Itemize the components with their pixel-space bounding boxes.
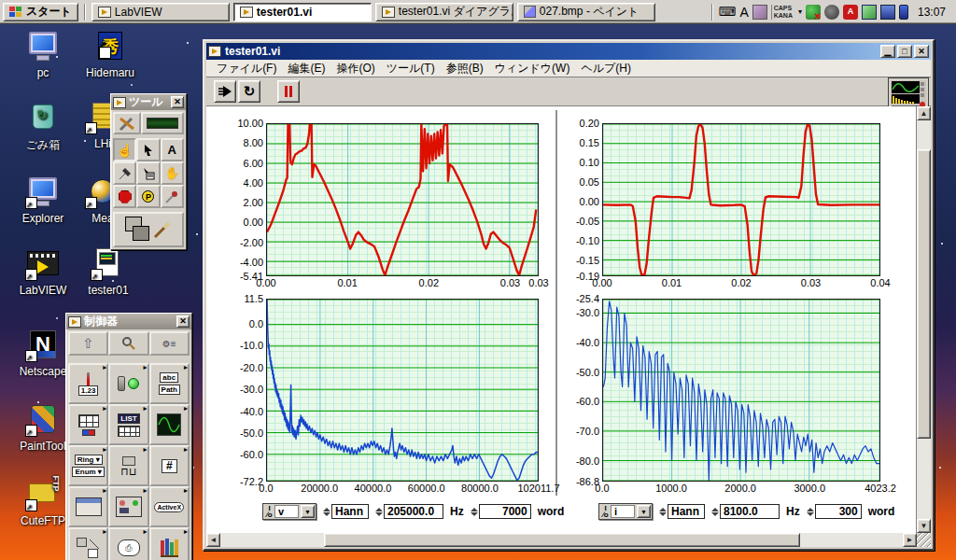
graphics-tool-icon[interactable] [862, 5, 877, 20]
volume-icon[interactable] [824, 5, 839, 20]
scroll-right-icon[interactable]: ► [903, 533, 917, 547]
menu-edit[interactable]: 編集(E) [283, 60, 330, 77]
display-settings-icon[interactable] [880, 5, 895, 20]
breakpoint-tool[interactable] [113, 185, 136, 208]
probe-tool[interactable]: P [136, 185, 160, 208]
battery-icon[interactable] [899, 5, 908, 20]
spinner-arrows-icon[interactable] [375, 508, 383, 516]
ime-toolbox-icon[interactable] [752, 5, 767, 20]
scroll-left-icon[interactable]: ◄ [206, 533, 220, 547]
menu-browse[interactable]: 参照(B) [442, 60, 488, 77]
resize-grip[interactable] [917, 533, 931, 547]
close-icon[interactable]: ✕ [176, 315, 190, 328]
palette-search-button[interactable] [108, 331, 148, 356]
scroll-down-icon[interactable]: ▼ [917, 519, 931, 533]
desktop-icon-explorer[interactable]: Explorer [7, 175, 78, 225]
vertical-scrollbar[interactable]: ▲ ▼ [917, 106, 931, 533]
channel-ring-left[interactable]: I∕o v ▼ [262, 503, 316, 520]
scroll-tool[interactable]: ✋ [161, 161, 184, 185]
position-tool[interactable] [136, 138, 160, 161]
taskbar-task-diagram[interactable]: tester01.vi ダイアグラム [375, 3, 513, 21]
minimize-icon[interactable]: ▁ [880, 45, 895, 58]
boolean-controls-button[interactable] [108, 363, 148, 404]
user-library-button[interactable] [149, 527, 190, 560]
ring-enum-controls-button[interactable]: Ring ▾ Enum ▾ [68, 445, 108, 486]
graph-controls-button[interactable] [149, 404, 190, 445]
ime-options-chevron[interactable]: ▾ [798, 7, 802, 16]
decorations-button[interactable] [68, 527, 108, 560]
chart-plot-area[interactable] [602, 299, 880, 482]
activex-controls-button[interactable]: ActiveX [149, 486, 190, 527]
maximize-icon[interactable]: □ [897, 45, 912, 58]
tools-palette-titlebar[interactable]: ツール ✕ [111, 94, 186, 110]
spinner-arrows-icon[interactable] [807, 508, 814, 516]
color-copy-tool[interactable] [161, 185, 184, 208]
string-controls-button[interactable]: abc Path [149, 363, 190, 404]
spinner-arrows-icon[interactable] [471, 508, 478, 516]
wire-tool[interactable] [113, 161, 136, 185]
close-icon[interactable]: ✕ [914, 45, 929, 58]
channel-ring-right[interactable]: I∕o i ▼ [598, 503, 653, 520]
desktop-icon-hidemaru[interactable]: 秀 Hidemaru [75, 30, 146, 79]
palette-options-button[interactable]: ⚙≡ [149, 331, 190, 356]
window-function-spinner-right[interactable]: Hann [659, 504, 705, 519]
words-spinner-right[interactable]: 300 [807, 504, 862, 519]
select-control-button[interactable]: ⎙ [108, 527, 148, 560]
auto-tool-button[interactable] [113, 112, 141, 134]
palette-up-button[interactable]: ⇧ [68, 331, 108, 356]
taskbar-task-paint[interactable]: 027.bmp - ペイント [517, 3, 655, 21]
ring-dropdown-button[interactable]: ▼ [637, 505, 651, 518]
desktop-icon-labview[interactable]: LabVIEW [7, 247, 78, 297]
desktop-icon-tester01[interactable]: tester01 [73, 247, 144, 297]
dialog-controls-button[interactable] [68, 486, 108, 527]
desktop-icon-pc[interactable]: pc [7, 30, 78, 79]
caps-kana-indicator[interactable]: CAPSKANA [771, 5, 794, 20]
edit-text-tool[interactable]: A [161, 138, 184, 161]
frequency-spinner-left[interactable]: 205000.0 [375, 504, 443, 519]
pause-button[interactable] [277, 80, 300, 103]
ime-mode-icon[interactable]: A [739, 5, 748, 20]
vertical-scrollbar-thumb[interactable] [917, 149, 931, 439]
auto-tool-led[interactable] [141, 112, 184, 134]
desktop-icon-recycle-bin[interactable]: ごみ箱 [7, 101, 78, 153]
words-spinner-left[interactable]: 7000 [471, 504, 531, 519]
run-button[interactable] [214, 80, 236, 103]
window-titlebar[interactable]: tester01.vi ▁ □ ✕ [206, 43, 931, 60]
close-icon[interactable]: ✕ [171, 96, 184, 108]
spinner-arrows-icon[interactable] [711, 508, 719, 516]
keyboard-icon[interactable]: ⌨ [719, 5, 737, 19]
list-table-controls-button[interactable]: LIST [108, 404, 148, 445]
refnum-controls-button[interactable]: # [149, 445, 190, 486]
menu-window[interactable]: ウィンドウ(W) [490, 60, 575, 77]
spinner-arrows-icon[interactable] [323, 508, 330, 516]
horizontal-scrollbar[interactable]: ◄ ► [206, 533, 917, 547]
taskbar-task-tester01[interactable]: tester01.vi [233, 3, 372, 21]
chart-plot-area[interactable] [602, 123, 880, 276]
chart-plot-area[interactable] [266, 123, 539, 276]
scroll-up-icon[interactable]: ▲ [917, 106, 931, 120]
ring-dropdown-button[interactable]: ▼ [301, 505, 315, 518]
controls-palette-titlebar[interactable]: 制御器 ✕ [66, 314, 191, 329]
run-continuous-button[interactable]: ↻ [238, 80, 260, 103]
menu-tools[interactable]: ツール(T) [382, 60, 440, 77]
taskbar-clock[interactable]: 13:07 [912, 6, 951, 19]
ati-icon[interactable]: A [843, 5, 858, 20]
chart-plot-area[interactable] [266, 299, 539, 482]
network-offline-icon[interactable]: ✕ [806, 5, 821, 20]
horizontal-scrollbar-thumb[interactable] [324, 533, 800, 547]
color-tool[interactable] [113, 212, 184, 247]
menu-operate[interactable]: 操作(O) [331, 60, 379, 77]
menu-file[interactable]: ファイル(F) [212, 60, 281, 77]
window-function-spinner-left[interactable]: Hann [323, 504, 369, 519]
array-controls-button[interactable] [68, 404, 108, 445]
start-button[interactable]: スタート [3, 3, 78, 21]
io-controls-button[interactable]: ⊓⊔ [108, 445, 148, 486]
spinner-arrows-icon[interactable] [659, 508, 667, 516]
menu-help[interactable]: ヘルプ(H) [576, 60, 636, 77]
operate-value-tool[interactable]: ☝ [113, 138, 136, 161]
user-controls-button[interactable] [108, 486, 148, 527]
shortcut-menu-tool[interactable] [136, 161, 160, 185]
taskbar-task-labview[interactable]: LabVIEW [91, 3, 230, 21]
frequency-spinner-right[interactable]: 8100.0 [711, 504, 780, 519]
numeric-controls-button[interactable]: 1.23 [68, 363, 108, 404]
